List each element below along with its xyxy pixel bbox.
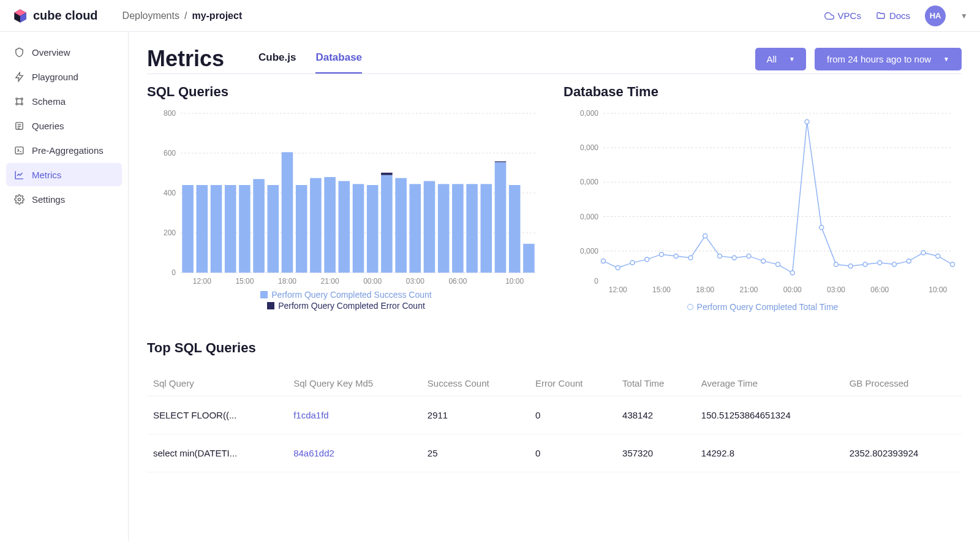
md5-link[interactable]: 84a61dd2 bbox=[287, 434, 421, 472]
svg-text:18:00: 18:00 bbox=[278, 277, 296, 286]
svg-text:21:00: 21:00 bbox=[739, 286, 758, 294]
bolt-icon bbox=[13, 71, 24, 82]
sidebar-item-schema[interactable]: Schema bbox=[6, 89, 122, 113]
chevron-down-icon: ▼ bbox=[789, 56, 795, 62]
svg-point-81 bbox=[863, 262, 867, 267]
svg-rect-37 bbox=[452, 184, 464, 273]
sidebar: Overview Playground Schema Queries Pre-A… bbox=[0, 32, 129, 541]
md5-link[interactable]: f1cda1fd bbox=[287, 396, 421, 434]
avatar[interactable]: HA bbox=[925, 6, 946, 26]
tab-database[interactable]: Database bbox=[315, 44, 362, 74]
svg-text:0,000: 0,000 bbox=[580, 247, 598, 255]
table-row[interactable]: select min(DATETI...84a61dd2250357320142… bbox=[147, 434, 962, 472]
svg-text:12:00: 12:00 bbox=[193, 277, 211, 286]
svg-text:21:00: 21:00 bbox=[321, 277, 339, 286]
db-time-chart: 0,0000,0000,0000,0000,000012:0015:0018:0… bbox=[564, 107, 962, 316]
svg-point-87 bbox=[951, 262, 955, 267]
svg-rect-35 bbox=[424, 181, 435, 273]
svg-rect-23 bbox=[268, 185, 279, 273]
vpcs-link[interactable]: VPCs bbox=[824, 10, 861, 21]
svg-point-84 bbox=[907, 259, 911, 263]
svg-rect-21 bbox=[239, 185, 251, 273]
svg-point-0 bbox=[15, 97, 17, 99]
svg-rect-33 bbox=[395, 178, 407, 273]
svg-rect-31 bbox=[381, 175, 393, 273]
svg-point-86 bbox=[936, 254, 940, 258]
filter-all-select[interactable]: All ▼ bbox=[755, 48, 806, 70]
list-icon bbox=[13, 120, 24, 131]
sidebar-item-metrics[interactable]: Metrics bbox=[6, 163, 122, 186]
svg-point-76 bbox=[790, 271, 794, 275]
sidebar-item-queries[interactable]: Queries bbox=[6, 114, 122, 137]
cloud-icon bbox=[824, 11, 834, 21]
svg-point-85 bbox=[921, 251, 925, 255]
svg-rect-24 bbox=[282, 152, 293, 273]
table-header: Average Time bbox=[695, 371, 843, 396]
svg-text:0,000: 0,000 bbox=[580, 109, 598, 118]
table-header: GB Processed bbox=[843, 371, 962, 396]
svg-text:10:00: 10:00 bbox=[505, 277, 524, 286]
svg-rect-32 bbox=[381, 173, 393, 175]
sidebar-item-preagg[interactable]: Pre-Aggregations bbox=[6, 138, 122, 162]
svg-point-78 bbox=[820, 225, 824, 230]
svg-text:10:00: 10:00 bbox=[929, 286, 947, 294]
cube-icon bbox=[12, 8, 28, 24]
tab-cubejs[interactable]: Cube.js bbox=[258, 44, 296, 74]
svg-text:400: 400 bbox=[164, 189, 176, 197]
svg-point-64 bbox=[616, 266, 620, 270]
svg-text:0: 0 bbox=[594, 277, 598, 286]
svg-text:03:00: 03:00 bbox=[406, 277, 424, 286]
table-header: Sql Query bbox=[147, 371, 287, 396]
svg-point-79 bbox=[834, 262, 839, 267]
svg-text:06:00: 06:00 bbox=[448, 277, 467, 286]
svg-text:18:00: 18:00 bbox=[696, 286, 714, 294]
breadcrumb-sep: / bbox=[184, 10, 187, 21]
shield-icon bbox=[13, 47, 24, 58]
chart-icon bbox=[13, 169, 24, 180]
svg-text:0,000: 0,000 bbox=[580, 178, 598, 186]
svg-point-3 bbox=[21, 103, 23, 105]
svg-point-6 bbox=[18, 198, 20, 200]
svg-rect-30 bbox=[367, 185, 379, 273]
folder-icon bbox=[876, 11, 886, 21]
sidebar-item-overview[interactable]: Overview bbox=[6, 40, 122, 64]
breadcrumb-current[interactable]: my-project bbox=[192, 10, 242, 21]
svg-text:600: 600 bbox=[164, 149, 176, 157]
svg-point-73 bbox=[747, 254, 751, 258]
svg-point-82 bbox=[878, 260, 882, 265]
svg-rect-39 bbox=[481, 184, 492, 273]
table-header: Sql Query Key Md5 bbox=[287, 371, 421, 396]
sidebar-item-settings[interactable]: Settings bbox=[6, 187, 122, 211]
svg-rect-18 bbox=[197, 185, 208, 273]
docs-link[interactable]: Docs bbox=[876, 10, 910, 21]
svg-text:15:00: 15:00 bbox=[235, 277, 254, 286]
svg-text:15:00: 15:00 bbox=[652, 286, 671, 294]
svg-point-63 bbox=[601, 259, 606, 263]
svg-point-71 bbox=[718, 254, 722, 258]
breadcrumb-root[interactable]: Deployments bbox=[123, 10, 179, 21]
svg-rect-42 bbox=[509, 185, 521, 273]
svg-rect-43 bbox=[523, 244, 535, 273]
table-header: Total Time bbox=[616, 371, 695, 396]
svg-rect-34 bbox=[410, 184, 421, 273]
sql-queries-title: SQL Queries bbox=[147, 84, 545, 100]
top-queries-table: Sql QuerySql Query Key Md5Success CountE… bbox=[147, 371, 962, 472]
table-row[interactable]: SELECT FLOOR((...f1cda1fd29110438142150.… bbox=[147, 396, 962, 434]
svg-rect-38 bbox=[466, 184, 478, 273]
sidebar-item-playground[interactable]: Playground bbox=[6, 65, 122, 88]
filter-range-select[interactable]: from 24 hours ago to now ▼ bbox=[815, 48, 962, 70]
svg-text:00:00: 00:00 bbox=[783, 286, 802, 294]
logo[interactable]: cube cloud bbox=[12, 8, 98, 24]
table-header: Error Count bbox=[529, 371, 616, 396]
svg-rect-41 bbox=[495, 161, 507, 162]
chevron-down-icon[interactable]: ▼ bbox=[960, 12, 968, 20]
svg-point-83 bbox=[892, 262, 897, 267]
svg-text:200: 200 bbox=[164, 229, 176, 237]
svg-rect-36 bbox=[438, 184, 450, 273]
terminal-icon bbox=[13, 145, 24, 156]
svg-rect-26 bbox=[310, 178, 322, 273]
svg-rect-29 bbox=[353, 184, 364, 273]
db-time-title: Database Time bbox=[564, 84, 962, 100]
svg-text:0,000: 0,000 bbox=[580, 213, 598, 221]
svg-point-67 bbox=[660, 252, 664, 257]
